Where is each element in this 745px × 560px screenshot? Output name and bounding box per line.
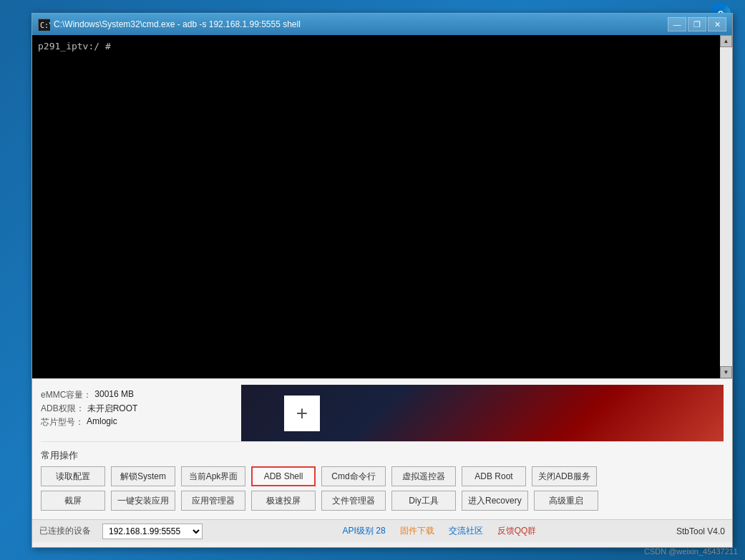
scroll-up-button[interactable]: ▲ bbox=[720, 35, 732, 47]
current-apk-button[interactable]: 当前Apk界面 bbox=[181, 466, 245, 486]
scroll-down-button[interactable]: ▼ bbox=[720, 366, 732, 378]
version-label: StbTool V4.0 bbox=[676, 526, 725, 536]
add-image-button[interactable]: + bbox=[284, 396, 320, 431]
chip-value: Amlogic bbox=[87, 416, 117, 428]
svg-text:C:\: C:\ bbox=[40, 21, 50, 29]
screenshot-button[interactable]: 截屏 bbox=[41, 491, 105, 511]
api-label: API级别 bbox=[343, 526, 374, 536]
device-info: eMMC容量： 30016 MB ADB权限： 未开启ROOT 芯片型号： Am… bbox=[41, 385, 241, 441]
cmd-icon: C:\ bbox=[38, 19, 49, 30]
button-row-1: 读取配置 解锁System 当前Apk界面 ADB Shell Cmd命令行 虚… bbox=[41, 466, 724, 486]
adb-root-button[interactable]: ADB Root bbox=[462, 466, 526, 486]
terminal-content: p291_iptv:/ # bbox=[38, 41, 718, 51]
scrollbar-track[interactable] bbox=[720, 47, 732, 366]
api-level-text: API级别 28 bbox=[343, 525, 386, 537]
button-grid: 读取配置 解锁System 当前Apk界面 ADB Shell Cmd命令行 虚… bbox=[41, 466, 724, 511]
adb-value: 未开启ROOT bbox=[87, 403, 138, 415]
close-button[interactable]: ✕ bbox=[708, 17, 726, 31]
lower-panel: eMMC容量： 30016 MB ADB权限： 未开启ROOT 芯片型号： Am… bbox=[32, 378, 732, 519]
operations-title: 常用操作 bbox=[41, 449, 724, 462]
info-image-row: eMMC容量： 30016 MB ADB权限： 未开启ROOT 芯片型号： Am… bbox=[41, 385, 724, 442]
adb-label: ADB权限： bbox=[41, 403, 84, 415]
status-bar: 已连接的设备 192.168.1.99:5555 API级别 28 固件下载 交… bbox=[32, 519, 732, 542]
terminal-prompt: p291_iptv:/ # bbox=[38, 41, 111, 51]
restore-button[interactable]: ❐ bbox=[688, 17, 706, 31]
virtual-remote-button[interactable]: 虚拟遥控器 bbox=[391, 466, 456, 486]
minimize-button[interactable]: — bbox=[668, 17, 686, 31]
cmd-command-button[interactable]: Cmd命令行 bbox=[321, 466, 386, 486]
chip-row: 芯片型号： Amlogic bbox=[41, 416, 241, 428]
device-image: + bbox=[241, 385, 724, 441]
device-label: 已连接的设备 bbox=[39, 525, 91, 537]
terminal-area[interactable]: p291_iptv:/ # ▲ ▼ bbox=[32, 35, 732, 378]
unlock-system-button[interactable]: 解锁System bbox=[111, 466, 175, 486]
one-click-install-button[interactable]: 一键安装应用 bbox=[111, 491, 175, 511]
file-manager-button[interactable]: 文件管理器 bbox=[321, 491, 386, 511]
adb-shell-button[interactable]: ADB Shell bbox=[251, 466, 316, 486]
status-links: API级别 28 固件下载 交流社区 反馈QQ群 bbox=[214, 525, 665, 537]
emmc-label: eMMC容量： bbox=[41, 389, 92, 401]
high-restart-button[interactable]: 高级重启 bbox=[534, 491, 598, 511]
adb-row: ADB权限： 未开启ROOT bbox=[41, 403, 241, 415]
window-controls: — ❐ ✕ bbox=[668, 17, 726, 31]
terminal-scrollbar[interactable]: ▲ ▼ bbox=[720, 35, 732, 378]
fast-screen-button[interactable]: 极速投屏 bbox=[251, 491, 316, 511]
emmc-row: eMMC容量： 30016 MB bbox=[41, 389, 241, 401]
media-area: + bbox=[241, 385, 724, 441]
operations-section: 常用操作 读取配置 解锁System 当前Apk界面 ADB Shell Cmd… bbox=[41, 446, 724, 514]
button-row-2: 截屏 一键安装应用 应用管理器 极速投屏 文件管理器 Diy工具 进入Recov… bbox=[41, 491, 724, 511]
app-window: C:\ C:\Windows\System32\cmd.exe - adb -s… bbox=[31, 13, 733, 548]
firmware-link[interactable]: 固件下载 bbox=[400, 525, 434, 537]
feedback-link[interactable]: 反馈QQ群 bbox=[497, 525, 537, 537]
api-value: 28 bbox=[376, 526, 385, 536]
csdn-watermark: CSDN @weixin_45437211 bbox=[644, 547, 738, 556]
emmc-value: 30016 MB bbox=[94, 389, 134, 401]
close-adb-button[interactable]: 关闭ADB服务 bbox=[532, 466, 597, 486]
enter-recovery-button[interactable]: 进入Recovery bbox=[462, 491, 528, 511]
chip-label: 芯片型号： bbox=[41, 416, 84, 428]
read-config-button[interactable]: 读取配置 bbox=[41, 466, 105, 486]
community-link[interactable]: 交流社区 bbox=[449, 525, 483, 537]
device-select[interactable]: 192.168.1.99:5555 bbox=[102, 524, 203, 539]
diy-tools-button[interactable]: Diy工具 bbox=[391, 491, 456, 511]
title-bar: C:\ C:\Windows\System32\cmd.exe - adb -s… bbox=[32, 14, 732, 35]
app-manager-button[interactable]: 应用管理器 bbox=[181, 491, 245, 511]
api-level-link[interactable]: API级别 28 bbox=[343, 526, 386, 536]
window-title: C:\Windows\System32\cmd.exe - adb -s 192… bbox=[54, 19, 668, 29]
